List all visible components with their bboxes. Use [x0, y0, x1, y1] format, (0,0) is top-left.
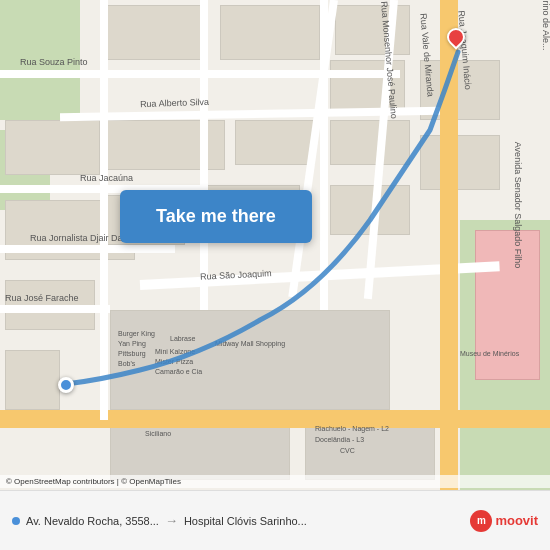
block-top-2 — [220, 5, 320, 60]
take-me-there-button[interactable]: Take me there — [120, 190, 312, 243]
block-top-3 — [335, 5, 410, 55]
map-container: Rua Souza Pinto Rua Alberto Silva Rua Ja… — [0, 0, 550, 490]
route-dest-text: Hospital Clóvis Sarinho... — [184, 515, 307, 527]
block-7 — [235, 120, 315, 165]
block-9 — [330, 120, 410, 165]
map-attribution: © OpenStreetMap contributors | © OpenMap… — [0, 475, 550, 488]
block-4 — [5, 350, 60, 410]
route-arrow-icon: → — [165, 513, 178, 528]
origin-marker — [58, 377, 74, 393]
road-avenue-major — [0, 410, 550, 428]
shopping-block — [110, 310, 390, 410]
pink-building — [475, 230, 540, 380]
bottom-bar: Av. Nevaldo Rocha, 3558... → Hospital Cl… — [0, 490, 550, 550]
road-v1 — [100, 0, 108, 420]
block-top-1 — [105, 5, 205, 60]
route-origin-text: Av. Nevaldo Rocha, 3558... — [26, 515, 159, 527]
moovit-logo: m moovit — [470, 510, 538, 532]
road-farache — [0, 305, 110, 313]
block-1 — [5, 120, 100, 175]
block-tr-2 — [420, 135, 500, 190]
shopping-block-2 — [110, 420, 290, 480]
road-salgado-filho — [440, 0, 458, 490]
museum-block — [305, 420, 435, 480]
road-djair — [0, 245, 175, 253]
road-v2 — [200, 0, 208, 310]
moovit-logo-icon: m — [470, 510, 492, 532]
green-area — [0, 0, 80, 120]
origin-dot — [12, 517, 20, 525]
pin-head — [443, 24, 468, 49]
route-info: Av. Nevaldo Rocha, 3558... → Hospital Cl… — [12, 513, 538, 528]
moovit-logo-text: moovit — [495, 513, 538, 528]
destination-marker — [447, 28, 465, 46]
